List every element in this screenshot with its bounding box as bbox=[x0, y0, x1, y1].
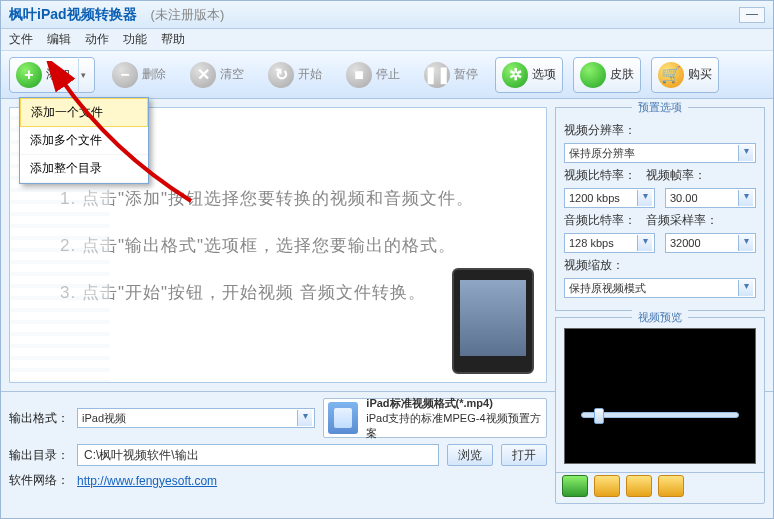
delete-label: 删除 bbox=[142, 66, 166, 83]
skin-button[interactable]: 皮肤 bbox=[573, 57, 641, 93]
menu-add-directory[interactable]: 添加整个目录 bbox=[20, 155, 148, 183]
start-label: 开始 bbox=[298, 66, 322, 83]
video-bitrate-label: 视频比特率： bbox=[564, 167, 636, 184]
open-button[interactable]: 打开 bbox=[501, 444, 547, 466]
format-icon bbox=[328, 402, 358, 434]
website-label: 软件网络： bbox=[9, 472, 69, 489]
output-dir-label: 输出目录： bbox=[9, 447, 69, 464]
x-icon: ✕ bbox=[190, 62, 216, 88]
playback-button-2[interactable] bbox=[594, 475, 620, 497]
volume-slider[interactable] bbox=[581, 412, 739, 418]
clear-label: 清空 bbox=[220, 66, 244, 83]
menu-help[interactable]: 帮助 bbox=[161, 31, 185, 48]
volume-thumb[interactable] bbox=[594, 408, 604, 424]
audio-samplerate-select[interactable]: 32000 bbox=[665, 233, 756, 253]
apple-icon bbox=[580, 62, 606, 88]
pause-label: 暂停 bbox=[454, 66, 478, 83]
video-scale-select[interactable]: 保持原视频模式 bbox=[564, 278, 756, 298]
resolution-select[interactable]: 保持原分辨率 bbox=[564, 143, 756, 163]
app-title: 枫叶iPad视频转换器 bbox=[9, 6, 137, 24]
audio-samplerate-label: 音频采样率： bbox=[646, 212, 718, 229]
browse-button[interactable]: 浏览 bbox=[447, 444, 493, 466]
add-dropdown-menu: 添加一个文件 添加多个文件 添加整个目录 bbox=[19, 97, 149, 184]
menu-add-many-files[interactable]: 添加多个文件 bbox=[20, 127, 148, 155]
format-title: iPad标准视频格式(*.mp4) bbox=[366, 396, 542, 411]
minus-icon: − bbox=[112, 62, 138, 88]
audio-bitrate-label: 音频比特率： bbox=[564, 212, 636, 229]
options-label: 选项 bbox=[532, 66, 556, 83]
website-link[interactable]: http://www.fengyesoft.com bbox=[77, 474, 217, 488]
titlebar: 枫叶iPad视频转换器 (未注册版本) — bbox=[1, 1, 773, 29]
video-bitrate-select[interactable]: 1200 kbps bbox=[564, 188, 655, 208]
preview-viewport bbox=[564, 328, 756, 464]
playback-button-4[interactable] bbox=[658, 475, 684, 497]
play-button[interactable] bbox=[562, 475, 588, 497]
pause-icon: ❚❚ bbox=[424, 62, 450, 88]
video-fps-select[interactable]: 30.00 bbox=[665, 188, 756, 208]
preview-legend: 视频预览 bbox=[632, 310, 688, 325]
delete-button[interactable]: − 删除 bbox=[105, 57, 173, 93]
playback-button-3[interactable] bbox=[626, 475, 652, 497]
start-button[interactable]: ↻ 开始 bbox=[261, 57, 329, 93]
rotate-icon: ↻ bbox=[268, 62, 294, 88]
cart-icon: 🛒 bbox=[658, 62, 684, 88]
audio-bitrate-select[interactable]: 128 kbps bbox=[564, 233, 655, 253]
stop-icon: ■ bbox=[346, 62, 372, 88]
resolution-label: 视频分辨率： bbox=[564, 122, 636, 139]
skin-label: 皮肤 bbox=[610, 66, 634, 83]
format-description-box[interactable]: iPad标准视频格式(*.mp4) iPad支持的标准MPEG-4视频预置方案 bbox=[323, 398, 547, 438]
menu-edit[interactable]: 编辑 bbox=[47, 31, 71, 48]
output-format-label: 输出格式： bbox=[9, 410, 69, 427]
pause-button[interactable]: ❚❚ 暂停 bbox=[417, 57, 485, 93]
options-button[interactable]: ✲ 选项 bbox=[495, 57, 563, 93]
hint-text-3: 3. 点击"开始"按钮，开始视频 音频文件转换。 bbox=[60, 281, 516, 304]
buy-button[interactable]: 🛒 购买 bbox=[651, 57, 719, 93]
menu-action[interactable]: 动作 bbox=[85, 31, 109, 48]
app-subtitle: (未注册版本) bbox=[151, 6, 225, 24]
clear-button[interactable]: ✕ 清空 bbox=[183, 57, 251, 93]
output-format-select[interactable]: iPad视频 bbox=[77, 408, 315, 428]
stop-label: 停止 bbox=[376, 66, 400, 83]
hint-text-1: 1. 点击"添加"按钮选择您要转换的视频和音频文件。 bbox=[60, 187, 516, 210]
video-fps-label: 视频帧率： bbox=[646, 167, 706, 184]
buy-label: 购买 bbox=[688, 66, 712, 83]
plus-icon: + bbox=[16, 62, 42, 88]
gear-icon: ✲ bbox=[502, 62, 528, 88]
output-dir-input[interactable]: C:\枫叶视频软件\输出 bbox=[77, 444, 439, 466]
minimize-button[interactable]: — bbox=[739, 7, 765, 23]
video-preview-group: 视频预览 bbox=[555, 317, 765, 473]
menu-add-one-file[interactable]: 添加一个文件 bbox=[20, 98, 148, 127]
toolbar: + 添加 ▾ − 删除 ✕ 清空 ↻ 开始 ■ 停止 ❚❚ 暂停 ✲ 选项 皮肤… bbox=[1, 51, 773, 99]
preset-legend: 预置选项 bbox=[632, 100, 688, 115]
add-label: 添加 bbox=[46, 66, 70, 83]
video-scale-label: 视频缩放： bbox=[564, 257, 624, 274]
format-description: iPad支持的标准MPEG-4视频预置方案 bbox=[366, 411, 542, 441]
add-dropdown-arrow[interactable]: ▾ bbox=[78, 57, 88, 93]
menu-function[interactable]: 功能 bbox=[123, 31, 147, 48]
stop-button[interactable]: ■ 停止 bbox=[339, 57, 407, 93]
menubar: 文件 编辑 动作 功能 帮助 bbox=[1, 29, 773, 51]
hint-text-2: 2. 点击"输出格式"选项框，选择您要输出的格式。 bbox=[60, 234, 516, 257]
preset-options-group: 预置选项 视频分辨率： 保持原分辨率 视频比特率： 视频帧率： 1200 kbp… bbox=[555, 107, 765, 311]
ipad-thumbnail bbox=[452, 268, 534, 374]
add-button[interactable]: + 添加 ▾ bbox=[9, 57, 95, 93]
menu-file[interactable]: 文件 bbox=[9, 31, 33, 48]
